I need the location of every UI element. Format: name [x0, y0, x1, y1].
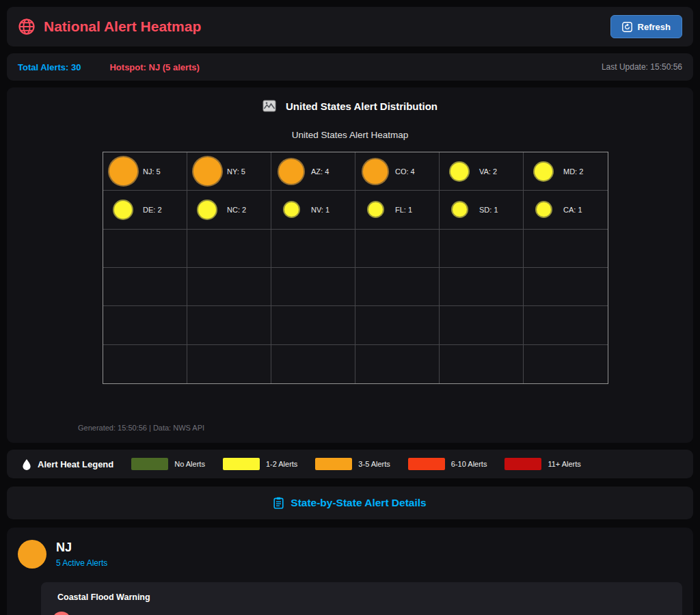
state-card-header: NJ 5 Active Alerts — [18, 540, 682, 569]
state-heat-dot — [108, 156, 139, 187]
state-heat-dot — [113, 200, 133, 220]
grid-cell — [355, 345, 440, 383]
heat-grid: NJ: 5NY: 5AZ: 4CO: 4VA: 2MD: 2DE: 2NC: 2… — [103, 152, 608, 384]
grid-cell: VA: 2 — [440, 152, 524, 191]
state-heat-dot-wrap — [190, 156, 224, 187]
state-heat-label: MD: 2 — [563, 167, 583, 176]
grid-cell: AZ: 4 — [271, 152, 355, 191]
chart-footer: Generated: 15:50:56 | Data: NWS API — [78, 424, 204, 432]
state-heat-label: NC: 2 — [227, 206, 246, 214]
alert-card: Coastal Flood Warning — [41, 582, 682, 615]
grid-cell — [355, 306, 440, 344]
refresh-button-label: Refresh — [638, 22, 671, 32]
last-update-stat: Last Update: 15:50:56 — [602, 62, 682, 72]
legend-item: No Alerts — [131, 458, 205, 470]
state-heat-label: SD: 1 — [479, 206, 498, 214]
state-heat-avatar — [18, 540, 46, 569]
grid-cell — [271, 268, 355, 306]
state-heat-dot-wrap — [358, 201, 392, 218]
grid-cell — [187, 230, 271, 268]
legend-label: 11+ Alerts — [548, 460, 580, 468]
stats-bar: Total Alerts: 30 Hotspot: NJ (5 alerts) … — [7, 53, 693, 81]
state-heat-label: NJ: 5 — [143, 167, 161, 176]
legend-item: 1-2 Alerts — [223, 458, 297, 470]
state-heat-dot-wrap — [190, 200, 224, 220]
grid-cell: NV: 1 — [271, 191, 355, 229]
state-heat-dot-wrap — [106, 200, 140, 220]
state-heat-label: CO: 4 — [395, 167, 415, 176]
state-heat-dot-wrap — [274, 158, 308, 185]
state-heat-dot — [451, 201, 468, 218]
legend-swatch — [131, 458, 168, 470]
refresh-icon — [622, 22, 632, 32]
legend-swatch — [315, 458, 352, 470]
legend-label: 1-2 Alerts — [266, 460, 297, 468]
grid-cell: DE: 2 — [103, 191, 187, 229]
chart-panel: United States Alert Distribution United … — [7, 87, 693, 443]
grid-cell — [524, 306, 608, 344]
legend-swatch — [408, 458, 445, 470]
grid-cell — [103, 230, 187, 268]
alert-severity-dot — [52, 612, 71, 615]
grid-cell — [524, 230, 608, 268]
details-heading: State-by-State Alert Details — [291, 497, 426, 509]
hotspot-stat: Hotspot: NJ (5 alerts) — [109, 62, 199, 72]
state-heat-dot-wrap — [274, 201, 308, 218]
state-heat-dot-wrap — [358, 158, 392, 185]
grid-cell — [103, 306, 187, 344]
state-heat-dot-wrap — [442, 161, 476, 182]
grid-cell — [271, 230, 355, 268]
state-heat-dot — [533, 161, 554, 182]
grid-cell: FL: 1 — [355, 191, 440, 229]
grid-cell — [271, 306, 355, 344]
state-heat-dot-wrap — [526, 201, 561, 218]
grid-cell — [103, 345, 187, 383]
grid-cell — [524, 268, 608, 306]
legend-swatch — [504, 458, 541, 470]
grid-cell: SD: 1 — [440, 191, 524, 229]
legend-label: 6-10 Alerts — [451, 460, 487, 468]
state-heat-dot — [283, 201, 300, 218]
grid-cell — [103, 268, 187, 306]
grid-cell — [355, 268, 440, 306]
state-alert-count: 5 Active Alerts — [56, 558, 107, 568]
state-heat-dot — [535, 201, 552, 218]
state-heat-dot — [192, 156, 223, 187]
app-header: National Alert Heatmap Refresh — [7, 7, 693, 46]
state-heat-label: NY: 5 — [227, 167, 245, 176]
legend-item: 11+ Alerts — [504, 458, 580, 470]
legend-items: No Alerts1-2 Alerts3-5 Alerts6-10 Alerts… — [113, 458, 581, 470]
globe-icon — [18, 18, 36, 36]
state-heat-label: FL: 1 — [395, 206, 412, 214]
legend-label: 3-5 Alerts — [358, 460, 390, 468]
grid-cell — [187, 268, 271, 306]
state-heat-label: CA: 1 — [563, 206, 582, 214]
state-heat-dot-wrap — [442, 201, 476, 218]
grid-cell — [187, 345, 271, 383]
details-header: State-by-State Alert Details — [7, 487, 693, 519]
legend-swatch — [223, 458, 260, 470]
state-heat-label: DE: 2 — [143, 206, 162, 214]
legend-item: 6-10 Alerts — [408, 458, 487, 470]
grid-cell: CO: 4 — [355, 152, 440, 191]
grid-cell: NY: 5 — [187, 152, 271, 191]
state-heat-label: VA: 2 — [479, 167, 497, 176]
legend-title: Alert Heat Legend — [38, 459, 113, 469]
chart-title: United States Alert Heatmap — [7, 130, 693, 140]
grid-cell — [271, 345, 355, 383]
page-title: National Alert Heatmap — [44, 18, 201, 35]
legend-bar: Alert Heat Legend No Alerts1-2 Alerts3-5… — [7, 450, 693, 478]
droplet-icon — [22, 459, 31, 470]
refresh-button[interactable]: Refresh — [610, 15, 682, 38]
grid-cell: NJ: 5 — [103, 152, 187, 191]
total-alerts-stat: Total Alerts: 30 — [18, 62, 81, 72]
state-heat-dot — [278, 158, 305, 185]
state-heat-dot — [367, 201, 384, 218]
state-heat-label: AZ: 4 — [311, 167, 329, 176]
legend-label: No Alerts — [174, 460, 205, 468]
state-card: NJ 5 Active Alerts Coastal Flood Warning — [7, 528, 693, 615]
clipboard-icon — [273, 497, 284, 509]
state-code: NJ — [56, 541, 107, 555]
chart-heading-row: United States Alert Distribution — [7, 87, 693, 112]
state-heat-dot — [197, 200, 217, 220]
